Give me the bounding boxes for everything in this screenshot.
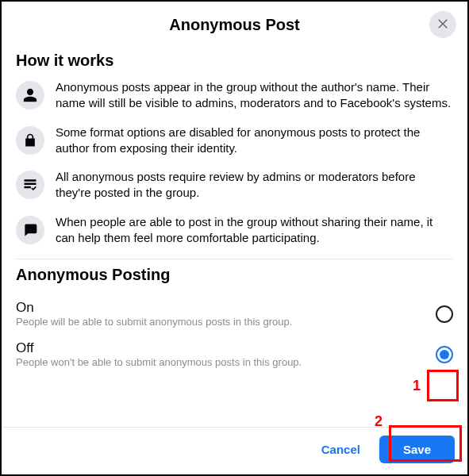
info-text: Anonymous posts appear in the group with…	[56, 79, 453, 112]
anonymous-posting-heading: Anonymous Posting	[16, 266, 453, 284]
option-title: Off	[16, 340, 436, 356]
lock-icon	[16, 126, 44, 155]
comment-icon	[16, 216, 44, 244]
info-row-format: Some format options are disabled for ano…	[16, 125, 453, 157]
save-button[interactable]: Save	[379, 436, 455, 463]
radio-on[interactable]	[436, 305, 453, 323]
dialog-title: Anonymous Post	[2, 16, 467, 34]
dialog-content: How it works Anonymous posts appear in t…	[2, 45, 467, 427]
person-icon	[16, 81, 44, 109]
close-button[interactable]	[429, 11, 456, 38]
option-off[interactable]: Off People won't be able to submit anony…	[16, 334, 453, 374]
dialog-footer: Cancel Save	[2, 427, 467, 474]
radio-off[interactable]	[436, 346, 453, 363]
info-row-review: All anonymous posts require review by ad…	[16, 169, 453, 202]
anonymous-post-dialog: Anonymous Post How it works Anonymous po…	[2, 2, 467, 474]
option-on[interactable]: On People will be able to submit anonymo…	[16, 294, 453, 334]
review-icon	[16, 171, 44, 199]
info-row-comfort: When people are able to post in the grou…	[16, 214, 453, 247]
option-desc: People will be able to submit anonymous …	[16, 316, 436, 328]
dialog-header: Anonymous Post	[2, 2, 467, 45]
option-text: Off People won't be able to submit anony…	[16, 340, 436, 368]
divider	[16, 259, 453, 259]
info-text: All anonymous posts require review by ad…	[56, 169, 453, 202]
option-title: On	[16, 300, 436, 316]
option-text: On People will be able to submit anonymo…	[16, 300, 436, 328]
cancel-button[interactable]: Cancel	[310, 436, 371, 463]
info-text: When people are able to post in the grou…	[56, 214, 453, 247]
info-text: Some format options are disabled for ano…	[56, 125, 453, 157]
close-icon	[436, 16, 450, 33]
info-row-author: Anonymous posts appear in the group with…	[16, 79, 453, 112]
option-desc: People won't be able to submit anonymous…	[16, 356, 436, 368]
how-it-works-heading: How it works	[16, 52, 453, 70]
